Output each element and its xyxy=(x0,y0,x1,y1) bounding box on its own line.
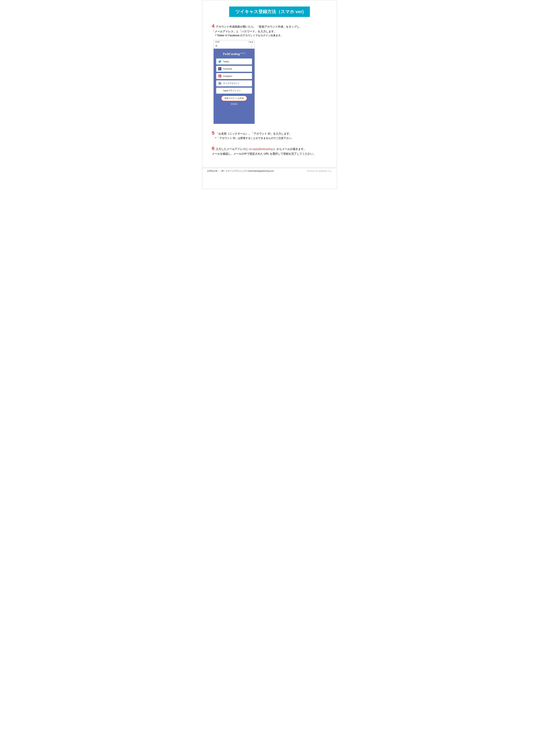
step6-line1-suffix: からメールが届きます。 xyxy=(276,148,306,151)
cast-icon xyxy=(218,82,222,85)
step4-line2: 「メールアドレス」と「パスワード」を入力します。 xyxy=(212,30,327,33)
footer: お問合せ先：（有）ステージプランニング / haishin@stageplann… xyxy=(202,168,337,174)
more-icon[interactable]: ⋮ xyxy=(250,44,253,47)
phone-time: 12:06 xyxy=(215,41,220,43)
facebook-button-label: Facebook xyxy=(223,68,232,70)
apple-icon xyxy=(218,89,222,92)
footer-contact: お問合せ先：（有）ステージプランニング / haishin@stageplann… xyxy=(207,170,274,172)
close-icon[interactable]: ✕ xyxy=(215,44,217,47)
step5-block: 5 「お名前（ニックネーム）」「アカウント ID」を入力します。 ＊「アカウント… xyxy=(212,130,327,140)
step6-block: 6 入力したメールアドレスに no-reply@twitcasting.tv か… xyxy=(212,146,327,156)
new-account-button[interactable]: 新規アカウントを作成 xyxy=(221,96,247,101)
phone-status-icons: ..ll ◈ ■ xyxy=(248,41,253,43)
svg-point-1 xyxy=(219,76,220,77)
phone-nav-bar: ✕ ⋮ xyxy=(214,43,255,49)
step5-note: ＊「アカウント ID」は変更することができませんのでご注意下さい。 xyxy=(214,137,327,140)
step6-email: no-reply@twitcasting.tv xyxy=(249,148,275,150)
step6-line2: メールを確認し、メールの中で指定された URL を選択して登録を完了してください… xyxy=(212,152,327,156)
instagram-button-label: Instagram xyxy=(223,75,232,77)
phone-content: TwitCastingVIEWER Twitter xyxy=(214,49,255,124)
step5-number: 5 xyxy=(212,130,215,135)
instagram-login-button[interactable]: Instagram xyxy=(216,73,252,79)
svg-rect-0 xyxy=(219,75,221,77)
terms-link[interactable]: 利用規約 xyxy=(231,103,238,105)
twitcasting-logo: TwitCastingVIEWER xyxy=(222,52,245,56)
step4-note: ＊Twitter や Facebook のアカウントでもログイン出来ます。 xyxy=(214,34,327,37)
apple-signin-button[interactable]: Appleでサインイン xyxy=(216,88,252,94)
phone-mockup: 12:06 ..ll ◈ ■ ✕ ⋮ xyxy=(213,40,327,124)
instagram-icon xyxy=(218,74,222,78)
step4-number: 4 xyxy=(212,23,215,29)
twitter-button-label: Twitter xyxy=(223,60,229,63)
step6-number: 6 xyxy=(212,146,215,151)
twitter-icon xyxy=(218,60,222,63)
footer-company: STAGE PLANNING Co. xyxy=(307,170,332,172)
svg-point-2 xyxy=(220,76,220,76)
cast-button-label: キャスアカウント xyxy=(223,82,240,85)
apple-button-label: Appleでサインイン xyxy=(223,89,241,92)
step4-block: 4 アカウント作成画面が開いたら、「新規アカウント作成」をタップし、 「メールア… xyxy=(212,23,327,124)
twitter-login-button[interactable]: Twitter xyxy=(216,58,252,64)
step6-line1-prefix: 入力したメールアドレスに xyxy=(216,148,249,151)
facebook-login-button[interactable]: f Facebook xyxy=(216,66,252,72)
step4-line1: アカウント作成画面が開いたら、「新規アカウント作成」をタップし、 xyxy=(216,25,302,28)
cast-account-login-button[interactable]: キャスアカウント xyxy=(216,80,252,86)
twitcasting-logo-text: TwitCastingVIEWER xyxy=(222,52,245,56)
page-title: ツイキャス登録方法（スマホ ver) xyxy=(229,7,310,17)
step5-line1: 「お名前（ニックネーム）」「アカウント ID」を入力します。 xyxy=(216,132,292,135)
facebook-icon: f xyxy=(218,67,222,70)
phone-status-bar: 12:06 ..ll ◈ ■ xyxy=(214,40,255,43)
